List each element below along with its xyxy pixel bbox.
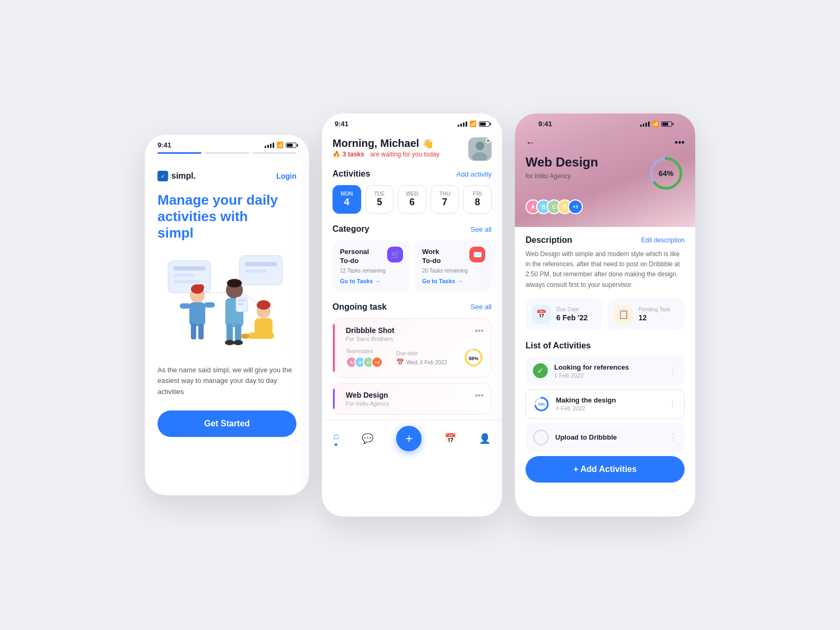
svg-rect-10 bbox=[189, 302, 205, 326]
activity-more-1[interactable]: ⋮ bbox=[669, 366, 677, 376]
fab-add[interactable]: + bbox=[396, 426, 422, 451]
nav-chat[interactable]: 💬 bbox=[362, 433, 373, 444]
day-tue[interactable]: TUE 5 bbox=[365, 185, 394, 214]
personal-todo-card[interactable]: 🛒 PersonalTo-do 12 Tasks remaining Go to… bbox=[332, 240, 409, 292]
chat-icon: 💬 bbox=[362, 433, 373, 444]
s3-meta-row: 📅 Due Date 6 Feb '22 📋 Pending Task 12 bbox=[526, 299, 685, 330]
get-started-button[interactable]: Get Started bbox=[158, 410, 296, 437]
due-date-section: Due date 📅 Wed, 6 Feb 2022 bbox=[396, 351, 447, 366]
greeting-subtitle: 🔥 3 tasks are waiting for you today bbox=[332, 151, 440, 158]
svg-point-16 bbox=[227, 279, 242, 287]
svg-rect-20 bbox=[238, 303, 243, 305]
nav-home[interactable]: ⌂ bbox=[334, 431, 339, 446]
s2-header: Morning, Michael 👋 🔥 3 tasks are waiting… bbox=[332, 131, 492, 169]
task-title-1: Dribbble Shot bbox=[346, 326, 484, 335]
greeting-block: Morning, Michael 👋 🔥 3 tasks are waiting… bbox=[332, 137, 440, 158]
prog-bar-2 bbox=[205, 152, 249, 154]
svg-point-26 bbox=[257, 300, 270, 310]
description-text: Web Design with simple and modern style … bbox=[526, 249, 685, 290]
online-dot bbox=[486, 138, 491, 143]
task-sub-2: For Iniitu Agency bbox=[346, 400, 484, 407]
av-more: +3 bbox=[371, 356, 383, 368]
day-fri[interactable]: FRI 8 bbox=[463, 185, 492, 214]
bar-4 bbox=[273, 143, 274, 148]
screens-container: 9:41 📶 ✓ simpl. bbox=[145, 113, 695, 517]
category-title: Category bbox=[332, 224, 369, 234]
task-sub-1: For Sans Brothers bbox=[346, 336, 484, 342]
task-card-webdesign[interactable]: ••• Web Design For Iniitu Agency bbox=[332, 383, 492, 415]
svg-rect-19 bbox=[238, 300, 246, 301]
category-see-all[interactable]: See all bbox=[470, 225, 492, 233]
progress-percent: 64% bbox=[659, 169, 673, 178]
s1-heading: Manage your daily activities with simpl bbox=[158, 192, 296, 242]
user-avatar-wrap[interactable] bbox=[468, 137, 492, 161]
progress-bars bbox=[145, 152, 309, 154]
signal-bars-1 bbox=[265, 143, 274, 148]
status-bar-2: 9:41 📶 bbox=[322, 113, 502, 131]
due-date-value: 6 Feb '22 bbox=[556, 313, 588, 322]
teammates-label: Teammates bbox=[346, 348, 380, 354]
nav-profile[interactable]: 👤 bbox=[479, 433, 491, 444]
activity-more-3[interactable]: ⋮ bbox=[669, 432, 677, 442]
s3-title-row: Web Design for Iniitu Agency 64% bbox=[526, 155, 685, 192]
task-card-dribbble[interactable]: ••• Dribbble Shot For Sans Brothers Team… bbox=[332, 318, 492, 378]
heading-line2: activities with bbox=[158, 208, 248, 224]
status-bar-3: 9:41 📶 bbox=[526, 113, 685, 131]
svg-rect-2 bbox=[173, 274, 195, 277]
more-button[interactable]: ••• bbox=[675, 137, 685, 148]
progress-ring-1: 88% bbox=[463, 347, 484, 370]
progress-text-1: 88% bbox=[469, 356, 478, 361]
activity-item-3[interactable]: Upload to Dribbble ⋮ bbox=[526, 423, 685, 452]
bar-2 bbox=[267, 145, 269, 148]
add-activities-button[interactable]: + Add Activities bbox=[526, 456, 685, 483]
s2-content: Morning, Michael 👋 🔥 3 tasks are waiting… bbox=[322, 131, 502, 415]
svg-rect-28 bbox=[248, 332, 274, 339]
back-button[interactable]: ← bbox=[526, 137, 535, 148]
activity-item-1[interactable]: ✓ Looking for references 1 Feb 2022 ⋮ bbox=[526, 357, 685, 385]
nav-dot bbox=[335, 443, 337, 446]
add-activity-link[interactable]: Add activity bbox=[457, 170, 492, 178]
task-more-1[interactable]: ••• bbox=[475, 326, 484, 336]
svg-point-24 bbox=[233, 340, 243, 345]
ongoing-see-all[interactable]: See all bbox=[470, 303, 492, 311]
work-cat-link[interactable]: Go to Tasks → bbox=[422, 278, 484, 284]
svg-rect-12 bbox=[204, 302, 215, 308]
battery-2 bbox=[479, 121, 489, 127]
s3-body: Description Edit description Web Design … bbox=[515, 227, 695, 491]
login-button[interactable]: Login bbox=[276, 172, 296, 180]
logo-text: simpl. bbox=[171, 171, 196, 181]
day-wed[interactable]: WED 6 bbox=[398, 185, 426, 214]
day-thu[interactable]: THU 7 bbox=[431, 185, 459, 214]
heading-line1: Manage your daily bbox=[158, 192, 278, 208]
s1-description: As the name said simpl, we will give you… bbox=[158, 365, 296, 398]
personal-cat-tasks: 12 Tasks remaining bbox=[340, 268, 402, 274]
svg-point-23 bbox=[225, 340, 234, 345]
due-date-value: 📅 Wed, 6 Feb 2022 bbox=[396, 358, 447, 366]
categories-row: 🛒 PersonalTo-do 12 Tasks remaining Go to… bbox=[332, 240, 492, 292]
activity-more-2[interactable]: ⋮ bbox=[668, 399, 677, 409]
activity-ring-2: 70% bbox=[533, 396, 549, 412]
task-accent-2 bbox=[333, 389, 335, 409]
activity-date-1: 1 Feb 2022 bbox=[554, 372, 662, 379]
day-mon[interactable]: MON 4 bbox=[332, 185, 361, 214]
work-todo-card[interactable]: ✉️ WorkTo-do 20 Tasks remaining Go to Ta… bbox=[415, 240, 492, 292]
svg-point-9 bbox=[198, 284, 204, 291]
screen-3-phone: 9:41 📶 ← ••• Web Desi bbox=[515, 113, 695, 517]
team-more: +3 bbox=[568, 199, 583, 214]
s1-header: ✓ simpl. Login bbox=[158, 167, 296, 192]
ongoing-title: Ongoing task bbox=[332, 302, 387, 312]
teammates-section: Teammates A B C +3 bbox=[346, 348, 380, 368]
task-accent-1 bbox=[333, 324, 335, 372]
svg-rect-1 bbox=[173, 266, 205, 270]
pending-value: 12 bbox=[638, 313, 670, 322]
s3-top-section: 9:41 📶 ← ••• Web Desi bbox=[515, 113, 695, 227]
project-title: Web Design bbox=[526, 155, 598, 170]
task-title-2: Web Design bbox=[346, 391, 484, 399]
activity-item-2[interactable]: 70% Making the design 4 Feb 2022 ⋮ bbox=[526, 389, 685, 419]
edit-description-link[interactable]: Edit description bbox=[641, 237, 685, 244]
personal-cat-link[interactable]: Go to Tasks → bbox=[340, 278, 402, 284]
prog-bar-3 bbox=[252, 152, 296, 154]
heading-highlight: simpl bbox=[158, 225, 194, 241]
nav-calendar[interactable]: 📅 bbox=[444, 433, 456, 444]
task-more-2[interactable]: ••• bbox=[475, 391, 484, 400]
